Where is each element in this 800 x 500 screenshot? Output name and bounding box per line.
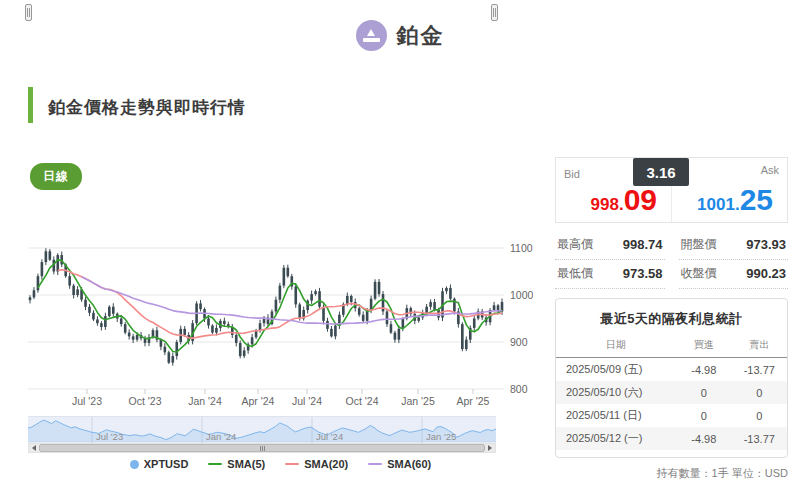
low-row: 最低價 973.58 <box>555 260 665 289</box>
table-row: 2025/05/13 (二)-4.98-13.77 <box>556 450 787 458</box>
sma-lines <box>38 260 502 352</box>
svg-text:Jan '25: Jan '25 <box>401 395 435 407</box>
series-marker-icon <box>130 460 139 469</box>
svg-text:Jan '24: Jan '24 <box>206 431 236 442</box>
svg-text:Oct '24: Oct '24 <box>346 395 379 407</box>
svg-text:900: 900 <box>510 336 528 348</box>
ask-cell: Ask 1001.25 <box>672 158 787 222</box>
legend-item-sma60[interactable]: SMA(60) <box>368 458 431 470</box>
svg-text:1000: 1000 <box>510 289 533 301</box>
section-heading: 鉑金價格走勢與即時行情 <box>48 96 246 119</box>
swap-table-title: 最近5天的隔夜利息統計 <box>556 310 787 328</box>
table-row: 2025/05/11 (日)00 <box>556 404 787 427</box>
price-chart[interactable]: 1100 1000 900 800 Jul '23 Oct '23 Jan '2… <box>28 226 533 408</box>
ask-price: 1001.25 <box>697 185 773 215</box>
series-marker-icon <box>285 463 299 465</box>
chart-navigator[interactable]: Jul '23 Jan '24 Jul '24 Jan '25 <box>28 416 496 442</box>
svg-text:Jan '25: Jan '25 <box>426 431 456 442</box>
bid-label: Bid <box>564 168 580 180</box>
table-row: 2025/05/09 (五)-4.98-13.77 <box>556 358 787 382</box>
swap-interest-card: 最近5天的隔夜利息統計 日期 買進 賣出 2025/05/09 (五)-4.98… <box>555 298 788 458</box>
navigator-left-handle[interactable] <box>25 4 32 21</box>
svg-text:Jul '23: Jul '23 <box>72 395 102 407</box>
svg-text:Apr '24: Apr '24 <box>242 395 275 407</box>
x-axis-labels: Jul '23 Oct '23 Jan '24 Apr '24 Jul '24 … <box>72 395 490 407</box>
y-axis-labels: 1100 1000 900 800 <box>510 242 533 395</box>
svg-text:Jan '24: Jan '24 <box>188 395 222 407</box>
swap-table: 日期 買進 賣出 2025/05/09 (五)-4.98-13.77 2025/… <box>556 335 787 458</box>
svg-text:Jul '24: Jul '24 <box>292 395 322 407</box>
svg-text:Jul '23: Jul '23 <box>96 431 123 442</box>
series-marker-icon <box>208 463 222 465</box>
navigator-right-handle[interactable] <box>491 4 498 21</box>
svg-text:Apr '25: Apr '25 <box>457 395 490 407</box>
ohlc-stats: 最高價 998.74 最低價 973.58 開盤價 973.93 收盤價 990… <box>555 231 788 289</box>
legend-item-xptusd[interactable]: XPTUSD <box>130 458 189 470</box>
table-row: 2025/05/10 (六)00 <box>556 381 787 404</box>
svg-text:Oct '23: Oct '23 <box>129 395 162 407</box>
close-row: 收盤價 990.23 <box>679 260 789 289</box>
bid-price: 998.09 <box>591 185 657 215</box>
holding-note: 持有數量：1手 單位：USD <box>555 466 788 481</box>
page-title: 鉑金 <box>397 21 445 51</box>
open-row: 開盤價 973.93 <box>679 231 789 260</box>
col-header-date: 日期 <box>556 335 676 358</box>
high-value: 998.74 <box>623 237 663 252</box>
svg-text:Jul '24: Jul '24 <box>316 431 343 442</box>
legend-item-sma5[interactable]: SMA(5) <box>208 458 265 470</box>
col-header-sell: 賣出 <box>732 335 787 358</box>
chart-legend: XPTUSD SMA(5) SMA(20) SMA(60) <box>28 458 533 470</box>
table-row: 2025/05/12 (一)-4.98-13.77 <box>556 427 787 450</box>
open-value: 973.93 <box>746 237 786 252</box>
section-accent-bar <box>28 87 33 123</box>
x-axis-ticks <box>87 389 473 394</box>
low-value: 973.58 <box>623 266 663 281</box>
ask-label: Ask <box>761 164 779 176</box>
scrollbar-right-arrow[interactable] <box>485 444 495 452</box>
scrollbar-thumb[interactable] <box>39 444 485 452</box>
svg-text:1100: 1100 <box>510 242 533 254</box>
chart-scrollbar[interactable] <box>28 443 496 453</box>
page-header: 鉑金 <box>0 20 800 51</box>
scrollbar-left-arrow[interactable] <box>29 444 39 452</box>
col-header-buy: 買進 <box>676 335 731 358</box>
close-value: 990.23 <box>746 266 786 281</box>
daily-period-button[interactable]: 日線 <box>30 163 82 190</box>
spread-badge: 3.16 <box>633 158 689 186</box>
legend-item-sma20[interactable]: SMA(20) <box>285 458 348 470</box>
high-row: 最高價 998.74 <box>555 231 665 260</box>
candlestick-series <box>29 248 504 365</box>
svg-text:800: 800 <box>510 383 528 395</box>
series-marker-icon <box>368 463 382 465</box>
gold-ingot-icon <box>356 20 387 51</box>
